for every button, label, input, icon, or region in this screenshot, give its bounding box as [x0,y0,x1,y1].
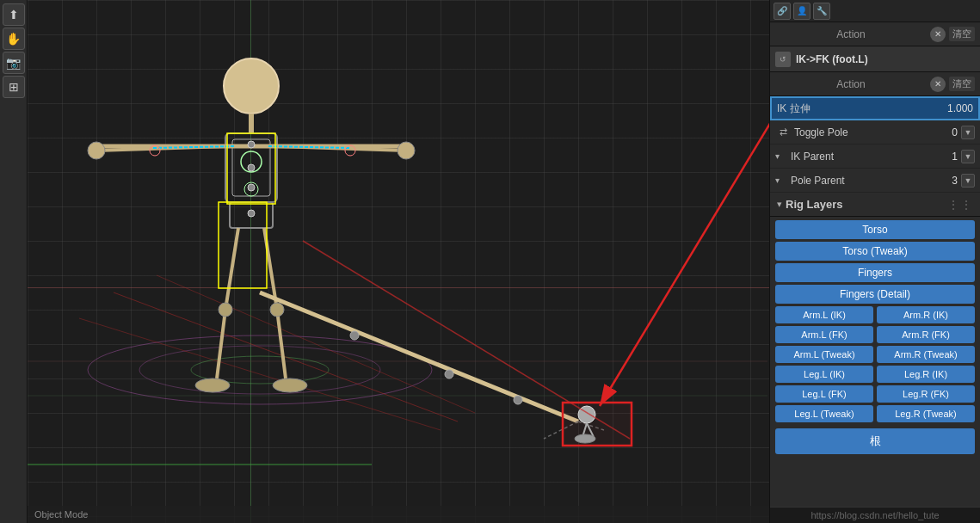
rig-btn-torso-tweak[interactable]: Torso (Tweak) [775,242,975,261]
rig-layers-chevron-icon: ▾ [777,199,782,210]
panel-top-icons: 🔗 👤 🔧 [770,0,980,22]
action-row-2: Action ✕ 清空 [770,72,980,96]
ik-parent-chevron: ▾ [775,151,787,161]
ik-fk-label: IK->FK (foot.L) [796,53,868,65]
svg-point-25 [273,378,307,392]
rig-btn-arm-l-ik[interactable]: Arm.L (IK) [775,306,873,323]
svg-point-48 [575,434,595,443]
prop-arrow-pole-parent[interactable]: ▼ [961,174,975,188]
rig-btn-row-leg-ik: Leg.L (IK) Leg.R (IK) [775,366,975,383]
toolbar-camera-btn[interactable]: 📷 [3,52,25,74]
svg-point-37 [248,210,255,217]
rig-btn-fingers[interactable]: Fingers [775,263,975,282]
rig-layers-options-icon[interactable]: ⋮⋮ [947,198,973,212]
action-label-2: Action [775,78,927,90]
svg-point-23 [270,303,284,317]
prop-name-ik-parent: IK Parent [791,151,924,163]
rig-btn-row-arm-fk: Arm.L (FK) Arm.R (FK) [775,326,975,343]
svg-point-42 [445,370,453,378]
svg-point-22 [219,303,232,317]
svg-rect-44 [563,403,632,446]
rig-layers-header[interactable]: ▾ Rig Layers ⋮⋮ [770,193,980,217]
prop-name-toggle-pole: Toggle Pole [794,126,924,138]
svg-point-16 [398,142,415,159]
right-panel: 🔗 👤 🔧 Action ✕ 清空 ↺ IK->FK (foot.L) Acti… [769,0,980,523]
prop-row-ik-parent[interactable]: ▾ IK Parent 1 ▼ [770,145,980,169]
action-clear-btn-2[interactable]: 清空 [949,77,975,91]
rig-btn-arm-r-tweak[interactable]: Arm.R (Tweak) [877,346,975,363]
rig-btn-arm-r-fk[interactable]: Arm.R (FK) [877,326,975,343]
svg-line-5 [114,292,458,421]
rig-btn-row-arm-ik: Arm.L (IK) Arm.R (IK) [775,306,975,323]
rig-btn-torso[interactable]: Torso [775,220,975,239]
rig-btn-row-arm-tweak: Arm.L (Tweak) Arm.R (Tweak) [775,346,975,363]
action-x-btn-2[interactable]: ✕ [930,77,946,92]
svg-line-6 [157,275,475,413]
action-clear-btn-1[interactable]: 清空 [949,27,975,41]
toggle-pole-icon: ⇄ [775,125,791,140]
pole-parent-chevron: ▾ [775,175,787,185]
ik-fk-icon: ↺ [775,52,791,67]
rig-btn-root[interactable]: 根 [775,428,975,454]
rig-layers-title: Rig Layers [786,198,947,211]
rig-btn-leg-l-fk[interactable]: Leg.L (FK) [775,385,873,403]
svg-line-19 [217,310,225,378]
url-text: https://blog.csdn.net/hello_tute [811,510,939,520]
viewport-mode-label: Object Mode [34,509,88,520]
prop-value-ik-stretch: 1.000 [943,102,973,114]
rig-btn-arm-r-ik[interactable]: Arm.R (IK) [877,306,975,323]
left-toolbar: ⬆ ✋ 📷 ⊞ [0,0,28,523]
viewport-statusbar: Object Mode [28,506,769,523]
svg-line-21 [277,310,286,378]
rig-btn-leg-l-tweak[interactable]: Leg.L (Tweak) [775,405,873,422]
rig-btn-leg-l-ik[interactable]: Leg.L (IK) [775,366,873,383]
svg-point-24 [195,378,230,392]
toolbar-move-btn[interactable]: ⬆ [3,3,25,26]
svg-point-34 [248,141,255,148]
svg-point-41 [350,331,359,340]
prop-value-pole-parent: 3 [928,175,958,187]
rig-btn-leg-r-tweak[interactable]: Leg.R (Tweak) [877,405,975,422]
url-bar: https://blog.csdn.net/hello_tute [770,507,980,523]
panel-icon-link[interactable]: 🔗 [774,3,791,20]
action-row-1: Action ✕ 清空 [770,22,980,46]
prop-value-ik-parent: 1 [928,151,958,163]
prop-name-ik-stretch: IK 拉伸 [777,102,940,116]
rig-btn-row-leg-tweak: Leg.L (Tweak) Leg.R (Tweak) [775,405,975,422]
viewport-3d[interactable]: Object Mode [28,0,769,523]
prop-row-ik-stretch[interactable]: IK 拉伸 1.000 [770,96,980,120]
prop-arrow-toggle-pole[interactable]: ▼ [961,126,975,139]
svg-point-3 [139,346,380,394]
toolbar-grid-btn[interactable]: ⊞ [3,76,25,98]
prop-name-pole-parent: Pole Parent [791,175,924,187]
ik-fk-row: ↺ IK->FK (foot.L) [770,46,980,72]
svg-rect-28 [219,202,267,288]
svg-point-8 [224,58,279,114]
rig-btn-row-leg-fk: Leg.L (FK) Leg.R (FK) [775,385,975,403]
prop-arrow-ik-parent[interactable]: ▼ [961,150,975,163]
svg-point-36 [248,184,255,191]
rig-btn-arm-l-fk[interactable]: Arm.L (FK) [775,326,873,343]
prop-row-toggle-pole[interactable]: ⇄ Toggle Pole 0 ▼ [770,120,980,145]
toolbar-hand-btn[interactable]: ✋ [3,28,25,50]
prop-row-pole-parent[interactable]: ▾ Pole Parent 3 ▼ [770,169,980,193]
action-label-1: Action [775,28,927,40]
svg-point-35 [248,164,255,171]
rig-btn-leg-r-fk[interactable]: Leg.R (FK) [877,385,975,403]
rig-layers-content: Torso Torso (Tweak) Fingers Fingers (Det… [770,217,980,507]
panel-icon-person[interactable]: 👤 [793,3,811,20]
prop-value-toggle-pole: 0 [928,126,958,138]
character-rig [28,0,767,499]
rig-btn-leg-r-ik[interactable]: Leg.R (IK) [877,366,975,383]
rig-btn-arm-l-tweak[interactable]: Arm.L (Tweak) [775,346,873,363]
rig-btn-fingers-detail[interactable]: Fingers (Detail) [775,285,975,304]
panel-icon-wrench[interactable]: 🔧 [813,3,830,20]
svg-point-43 [514,396,522,404]
svg-line-18 [225,228,238,310]
action-x-btn-1[interactable]: ✕ [930,27,946,42]
svg-point-15 [88,142,105,159]
